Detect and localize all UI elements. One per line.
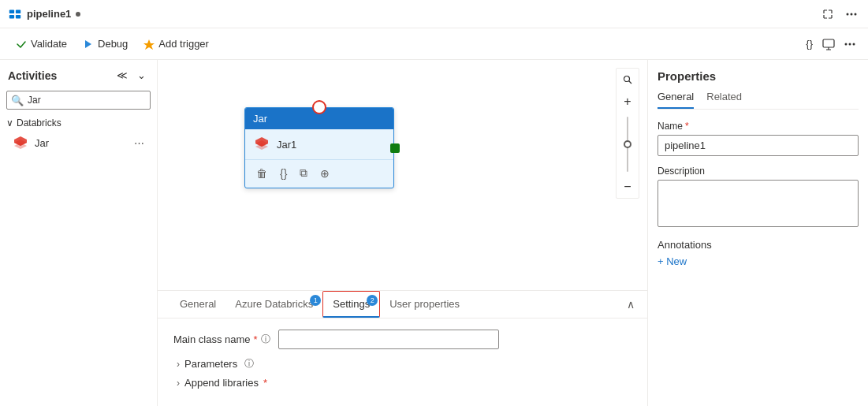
name-input[interactable] bbox=[658, 135, 859, 156]
node-code-button[interactable]: {} bbox=[277, 163, 290, 183]
jar-item-dots[interactable]: ⋯ bbox=[134, 137, 144, 149]
sidebar-header: Activities ≪ ⌄ bbox=[0, 60, 157, 88]
main-class-name-input[interactable] bbox=[278, 330, 499, 349]
svg-point-5 bbox=[851, 13, 853, 15]
monitor-icon bbox=[822, 38, 835, 50]
canvas[interactable]: Jar Jar1 🗑 {} ⧉ ⊕ bbox=[158, 60, 647, 290]
sidebar-header-icons: ≪ ⌄ bbox=[114, 66, 149, 84]
unsaved-dot bbox=[76, 12, 80, 17]
search-container: 🔍 bbox=[6, 91, 151, 110]
append-libraries-required: * bbox=[263, 377, 267, 389]
jar-label: Jar bbox=[35, 137, 49, 149]
tab-general[interactable]: General bbox=[170, 292, 225, 318]
sidebar-search-wrap: 🔍 bbox=[6, 91, 151, 110]
databricks-group-header[interactable]: ∨ Databricks bbox=[6, 116, 151, 130]
svg-point-4 bbox=[847, 13, 849, 15]
top-bar: pipeline1 bbox=[0, 0, 868, 28]
add-trigger-button[interactable]: Add trigger bbox=[137, 35, 215, 53]
node-delete-button[interactable]: 🗑 bbox=[253, 163, 270, 183]
connection-dot-top bbox=[312, 100, 326, 114]
sidebar-title: Activities bbox=[8, 69, 57, 82]
toolbar-right: {} bbox=[803, 35, 859, 54]
zoom-out-button[interactable]: − bbox=[617, 176, 639, 198]
debug-icon bbox=[83, 39, 94, 50]
zoom-in-button[interactable]: + bbox=[617, 91, 639, 113]
group-label: Databricks bbox=[17, 117, 61, 129]
sidebar: Activities ≪ ⌄ 🔍 ∨ Databricks bbox=[0, 60, 158, 406]
azure-databricks-badge: 1 bbox=[310, 295, 321, 306]
expand-button[interactable] bbox=[819, 6, 836, 23]
logo-icon bbox=[8, 7, 22, 21]
svg-rect-0 bbox=[9, 9, 14, 13]
jar-activity-node[interactable]: Jar Jar1 🗑 {} ⧉ ⊕ bbox=[244, 107, 394, 188]
svg-point-6 bbox=[855, 13, 857, 15]
description-field-label: Description bbox=[658, 166, 859, 177]
debug-button[interactable]: Debug bbox=[76, 35, 134, 53]
append-libraries-row[interactable]: › Append libraries * bbox=[173, 377, 631, 389]
trigger-icon bbox=[143, 39, 155, 50]
parameters-row[interactable]: › Parameters ⓘ bbox=[173, 357, 631, 371]
node-toolbar: 🗑 {} ⧉ ⊕ bbox=[245, 159, 393, 188]
tab-user-properties[interactable]: User properties bbox=[380, 292, 469, 318]
right-panel: Properties General Related Name * Descri… bbox=[647, 60, 868, 406]
right-tab-general[interactable]: General bbox=[658, 91, 694, 109]
jar-node-icon bbox=[253, 136, 270, 153]
tab-settings[interactable]: Settings 2 bbox=[322, 291, 380, 318]
parameters-expand-icon: › bbox=[177, 359, 180, 370]
sidebar-chevron-button[interactable]: ⌄ bbox=[134, 66, 149, 84]
main-class-name-label: Main class name * ⓘ bbox=[173, 333, 270, 346]
info-icon[interactable]: ⓘ bbox=[261, 333, 270, 346]
svg-line-19 bbox=[629, 81, 632, 84]
node-body: Jar1 bbox=[245, 129, 393, 159]
toolbar-more-button[interactable] bbox=[841, 39, 859, 49]
zoom-search-button[interactable] bbox=[617, 69, 639, 91]
svg-rect-2 bbox=[9, 14, 14, 18]
code-button[interactable]: {} bbox=[803, 35, 816, 53]
right-panel-tabs: General Related bbox=[658, 91, 859, 110]
sidebar-item-jar[interactable]: Jar ⋯ bbox=[6, 132, 151, 154]
validate-button[interactable]: Validate bbox=[9, 35, 73, 53]
databricks-icon bbox=[13, 135, 28, 151]
svg-marker-7 bbox=[85, 40, 91, 48]
name-required: * bbox=[685, 121, 689, 132]
top-bar-actions bbox=[819, 6, 860, 23]
svg-point-18 bbox=[624, 76, 630, 82]
more-options-button[interactable] bbox=[843, 9, 860, 19]
connection-dot-right bbox=[390, 143, 400, 153]
main-class-name-row: Main class name * ⓘ bbox=[173, 330, 631, 349]
monitor-button[interactable] bbox=[819, 35, 838, 54]
node-copy-button[interactable]: ⧉ bbox=[296, 163, 311, 183]
parameters-info-icon[interactable]: ⓘ bbox=[244, 357, 254, 371]
append-libraries-expand-icon: › bbox=[177, 378, 180, 389]
zoom-slider-wrap bbox=[627, 113, 628, 176]
annotations-label: Annotations bbox=[658, 239, 859, 251]
name-field: Name * bbox=[658, 121, 859, 156]
toolbar: Validate Debug Add trigger {} bbox=[0, 28, 868, 60]
databricks-group: ∨ Databricks Jar ⋯ bbox=[0, 113, 157, 157]
svg-rect-8 bbox=[823, 39, 834, 47]
settings-badge: 2 bbox=[367, 295, 378, 306]
description-textarea[interactable] bbox=[658, 180, 859, 227]
right-tab-related[interactable]: Related bbox=[706, 91, 742, 109]
append-libraries-label: Append libraries bbox=[184, 377, 259, 389]
node-connect-button[interactable]: ⊕ bbox=[317, 163, 333, 183]
add-new-button[interactable]: + New bbox=[658, 255, 687, 267]
svg-point-9 bbox=[845, 43, 848, 45]
logo: pipeline1 bbox=[8, 7, 71, 21]
svg-rect-3 bbox=[16, 14, 20, 18]
center-panel: Jar Jar1 🗑 {} ⧉ ⊕ bbox=[158, 60, 647, 406]
bottom-panel: General Azure Databricks 1 Settings 2 Us… bbox=[158, 290, 647, 406]
zoom-controls: + − bbox=[616, 68, 639, 199]
parameters-label: Parameters bbox=[184, 358, 237, 370]
collapse-panel-button[interactable]: ∧ bbox=[627, 298, 635, 311]
sidebar-collapse-button[interactable]: ≪ bbox=[114, 66, 131, 84]
svg-point-11 bbox=[853, 43, 855, 45]
main-layout: Activities ≪ ⌄ 🔍 ∨ Databricks bbox=[0, 60, 868, 406]
pipeline-tab-name: pipeline1 bbox=[27, 8, 71, 20]
tab-azure-databricks[interactable]: Azure Databricks 1 bbox=[225, 292, 322, 318]
properties-title: Properties bbox=[658, 69, 859, 83]
sidebar-item-list: Jar ⋯ bbox=[6, 132, 151, 154]
search-input[interactable] bbox=[6, 91, 151, 110]
svg-point-10 bbox=[849, 43, 851, 45]
node-name: Jar1 bbox=[277, 139, 296, 151]
